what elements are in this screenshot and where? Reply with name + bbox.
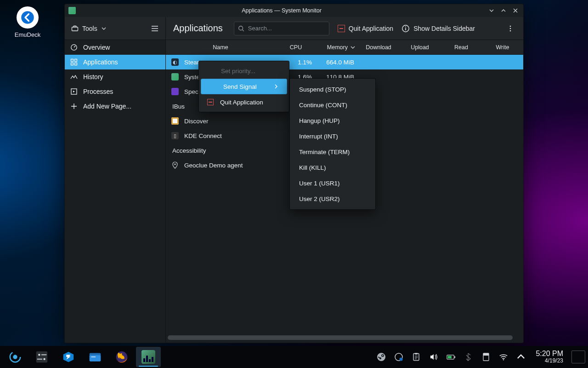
tray-steam-icon[interactable] bbox=[377, 352, 386, 362]
table-header: Name CPU Memory Download Upload Read Wri… bbox=[166, 40, 523, 55]
taskbar-clock[interactable]: 5:20 PM 4/19/23 bbox=[532, 350, 567, 364]
sidebar-item-applications[interactable]: Applications bbox=[65, 55, 165, 69]
svg-rect-1 bbox=[72, 27, 78, 31]
svg-rect-22 bbox=[90, 355, 101, 361]
hamburger-menu[interactable] bbox=[151, 24, 159, 33]
taskbar-discover[interactable] bbox=[56, 347, 81, 367]
maximize-button[interactable] bbox=[499, 6, 508, 15]
processes-icon bbox=[70, 88, 78, 95]
svg-rect-34 bbox=[455, 356, 456, 358]
column-name[interactable]: Name bbox=[166, 40, 275, 54]
tray-battery-icon[interactable] bbox=[447, 352, 456, 362]
row-name: IBus bbox=[172, 103, 185, 110]
signal-menu-item[interactable]: User 2 (USR2) bbox=[290, 191, 375, 207]
signal-menu-item[interactable]: User 1 (USR1) bbox=[290, 175, 375, 191]
svg-point-27 bbox=[382, 355, 383, 356]
desktop-icon-emudeck[interactable]: EmuDeck bbox=[14, 6, 41, 38]
row-name: Discover bbox=[184, 118, 209, 125]
start-menu[interactable] bbox=[3, 347, 28, 367]
sidebar-item-label: History bbox=[83, 73, 103, 80]
svg-rect-35 bbox=[448, 356, 452, 358]
svg-rect-12 bbox=[71, 63, 74, 65]
sidebar-item-history[interactable]: History bbox=[65, 69, 165, 84]
sidebar-item-overview[interactable]: Overview bbox=[65, 40, 165, 55]
signal-menu-item[interactable]: Suspend (STOP) bbox=[290, 81, 375, 97]
taskbar-files[interactable] bbox=[83, 347, 107, 367]
signal-menu-item[interactable]: Continue (CONT) bbox=[290, 97, 375, 113]
window-app-icon bbox=[68, 7, 76, 14]
show-desktop-button[interactable] bbox=[571, 351, 585, 363]
details-label: Show Details Sidebar bbox=[413, 25, 475, 32]
tray-wifi-icon[interactable] bbox=[499, 352, 508, 362]
tools-menu[interactable]: Tools bbox=[71, 25, 107, 32]
quit-label: Quit Application bbox=[349, 25, 393, 32]
sort-desc-icon bbox=[351, 45, 355, 50]
row-name: Accessibility bbox=[172, 147, 206, 154]
tray-bluetooth-icon[interactable] bbox=[464, 352, 473, 362]
context-menu: Set priority... Send Signal Quit Applica… bbox=[198, 61, 289, 112]
svg-rect-32 bbox=[415, 353, 418, 355]
svg-rect-18 bbox=[36, 351, 47, 362]
svg-rect-23 bbox=[91, 356, 96, 357]
tray-update-icon[interactable] bbox=[394, 352, 403, 362]
svg-point-17 bbox=[13, 355, 17, 359]
tray-expand-icon[interactable] bbox=[516, 352, 526, 362]
search-icon bbox=[238, 25, 244, 32]
info-icon bbox=[401, 24, 410, 33]
column-upload[interactable]: Upload bbox=[399, 40, 441, 54]
taskbar-system-monitor[interactable] bbox=[136, 347, 161, 367]
signal-menu-item[interactable]: Terminate (TERM) bbox=[290, 144, 375, 160]
toolbar: Tools Applications Quit Application Show… bbox=[65, 17, 523, 40]
svg-point-6 bbox=[510, 25, 511, 27]
clock-time: 5:20 PM bbox=[536, 350, 563, 358]
column-download[interactable]: Download bbox=[358, 40, 399, 54]
overview-icon bbox=[70, 44, 78, 51]
taskbar-firefox[interactable] bbox=[109, 347, 134, 367]
svg-rect-13 bbox=[75, 63, 77, 65]
desktop-icon-label: EmuDeck bbox=[14, 31, 41, 38]
row-name: KDE Connect bbox=[184, 132, 222, 139]
signal-menu-item[interactable]: Kill (KILL) bbox=[290, 160, 375, 175]
sidebar-item-processes[interactable]: Processes bbox=[65, 84, 165, 99]
svg-point-8 bbox=[510, 30, 511, 31]
context-send-signal[interactable]: Send Signal bbox=[201, 79, 287, 94]
tray-disk-icon[interactable] bbox=[481, 352, 491, 362]
column-write[interactable]: Write bbox=[482, 40, 523, 54]
sidebar-item-label: Applications bbox=[83, 58, 118, 66]
tray-volume-icon[interactable] bbox=[429, 352, 438, 362]
quit-application-button[interactable]: Quit Application bbox=[338, 25, 393, 32]
svg-point-2 bbox=[239, 26, 243, 30]
svg-rect-10 bbox=[71, 59, 74, 62]
tray-clipboard-icon[interactable] bbox=[412, 352, 421, 362]
column-memory[interactable]: Memory bbox=[317, 40, 358, 54]
apps-icon bbox=[70, 58, 78, 66]
sidebar-item-label: Overview bbox=[83, 44, 110, 51]
more-menu[interactable] bbox=[505, 23, 516, 34]
sidebar-item-add-page[interactable]: Add New Page... bbox=[65, 99, 165, 114]
taskbar: 5:20 PM 4/19/23 bbox=[0, 346, 588, 368]
system-tray bbox=[377, 352, 530, 362]
titlebar[interactable]: Applications — System Monitor bbox=[65, 4, 523, 17]
search-input[interactable] bbox=[248, 25, 325, 32]
send-signal-submenu: Suspend (STOP)Continue (CONT)Hangup (HUP… bbox=[289, 78, 376, 210]
context-quit-application[interactable]: Quit Application bbox=[199, 94, 289, 110]
column-cpu[interactable]: CPU bbox=[275, 40, 317, 54]
quit-icon bbox=[338, 25, 345, 32]
svg-rect-37 bbox=[483, 353, 489, 356]
taskbar-settings[interactable] bbox=[29, 347, 54, 367]
svg-point-20 bbox=[43, 358, 45, 360]
minimize-button[interactable] bbox=[487, 6, 496, 15]
signal-menu-item[interactable]: Hangup (HUP) bbox=[290, 113, 375, 128]
column-read[interactable]: Read bbox=[441, 40, 482, 54]
svg-point-7 bbox=[510, 28, 511, 29]
signal-menu-item[interactable]: Interrupt (INT) bbox=[290, 128, 375, 144]
chevron-right-icon bbox=[274, 84, 278, 89]
svg-rect-5 bbox=[405, 28, 406, 30]
svg-point-38 bbox=[503, 359, 504, 360]
search-box[interactable] bbox=[234, 22, 329, 35]
show-details-button[interactable]: Show Details Sidebar bbox=[401, 24, 475, 33]
svg-point-0 bbox=[21, 11, 34, 24]
horizontal-scrollbar[interactable] bbox=[168, 335, 521, 340]
row-name: Geoclue Demo agent bbox=[184, 162, 243, 169]
close-button[interactable] bbox=[511, 6, 520, 15]
